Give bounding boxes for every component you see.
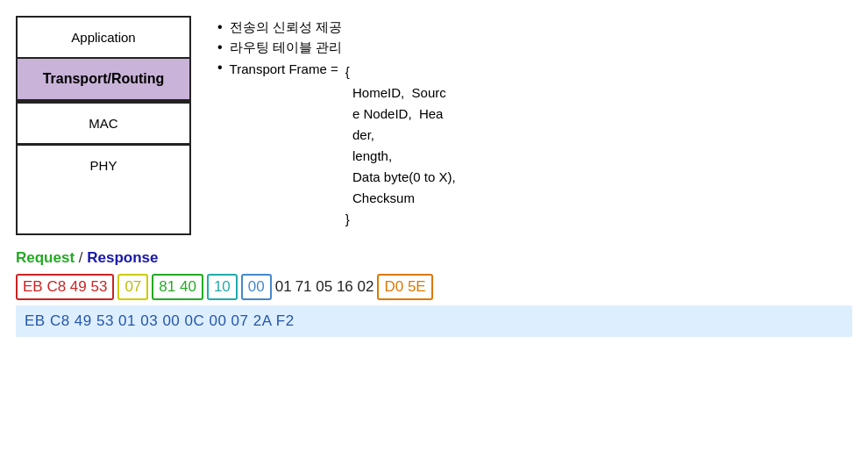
transport-frame-content: { HomeID, Sourc e NodeID, Hea der, lengt… [345, 61, 456, 230]
layer-mac: MAC [18, 101, 189, 146]
hex-plain-middle: 71 05 16 02 [295, 276, 374, 298]
bullet-item-transport-frame: Transport Frame = { HomeID, Sourc e Node… [217, 60, 850, 230]
bottom-section: Request / Response EB C8 49 53 07 81 40 … [0, 244, 868, 346]
hex-group-teal: 10 [207, 274, 238, 300]
hex-group-yellow: 07 [117, 274, 148, 300]
response-text: Response [87, 249, 158, 266]
hex-group-red: EB C8 49 53 [16, 274, 114, 300]
bullet-list: 전송의 신뢰성 제공 라우팅 테이블 관리 Transport Frame = … [217, 19, 850, 230]
description-panel: 전송의 신뢰성 제공 라우팅 테이블 관리 Transport Frame = … [217, 16, 850, 235]
transport-frame-label: Transport Frame = [230, 61, 338, 76]
hex-row-2: EB C8 49 53 01 03 00 0C 00 07 2A F2 [16, 305, 852, 337]
hex-row-2-values: EB C8 49 53 01 03 00 0C 00 07 2A F2 [25, 312, 295, 329]
layer-application: Application [18, 18, 189, 59]
slash-text: / [79, 249, 87, 266]
hex-group-blue: 00 [241, 274, 272, 300]
bullet-item-2: 라우팅 테이블 관리 [217, 39, 850, 56]
request-text: Request [16, 249, 75, 266]
hex-group-orange: D0 5E [377, 274, 432, 300]
main-content: Application Transport/Routing MAC PHY 전송… [0, 0, 868, 244]
layer-phy-label: PHY [90, 158, 117, 173]
layer-mac-label: MAC [89, 116, 117, 131]
hex-plain-01: 01 [275, 276, 292, 298]
layer-application-label: Application [71, 30, 135, 45]
hex-group-green: 81 40 [152, 274, 203, 300]
layer-phy: PHY [18, 146, 189, 185]
request-response-label: Request / Response [16, 249, 852, 267]
layer-transport-label: Transport/Routing [43, 71, 165, 86]
hex-row-1: EB C8 49 53 07 81 40 10 00 01 71 05 16 0… [16, 274, 852, 300]
bullet-item-1: 전송의 신뢰성 제공 [217, 19, 850, 36]
layer-transport: Transport/Routing [18, 59, 189, 101]
layer-stack: Application Transport/Routing MAC PHY [16, 16, 191, 235]
